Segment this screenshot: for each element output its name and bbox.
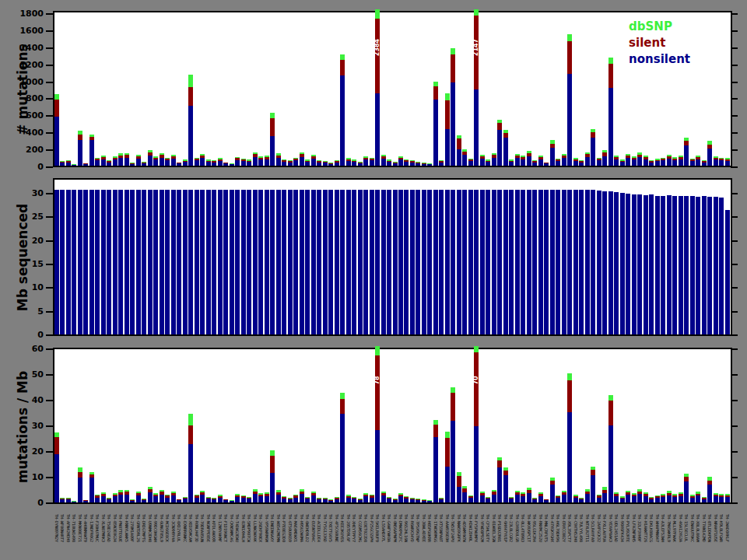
nonsilent-segment xyxy=(212,163,216,166)
bar xyxy=(253,152,258,166)
bar xyxy=(527,488,531,502)
y-tick-label: 15 xyxy=(11,259,44,270)
bar xyxy=(230,163,234,166)
nonsilent-segment xyxy=(422,164,426,166)
bar xyxy=(684,474,689,502)
bar xyxy=(696,156,700,166)
bar xyxy=(270,113,275,166)
nonsilent-segment xyxy=(83,164,88,166)
silent-segment xyxy=(270,118,275,135)
y-tick-label: 200 xyxy=(11,145,44,156)
bar xyxy=(340,190,345,334)
bar xyxy=(188,414,193,502)
nonsilent-segment xyxy=(433,100,438,166)
y-tick xyxy=(731,451,738,453)
bar xyxy=(78,190,82,334)
nonsilent-segment xyxy=(544,163,549,166)
y-tick xyxy=(731,425,738,427)
bar xyxy=(655,159,660,166)
bar xyxy=(439,498,444,502)
nonsilent-segment xyxy=(562,158,566,166)
silent-segment xyxy=(457,476,461,487)
nonsilent-segment xyxy=(404,499,409,502)
bar xyxy=(427,163,432,166)
x-tick-label: TH-6T50U0659 xyxy=(288,514,293,542)
bar xyxy=(335,160,339,166)
bar xyxy=(352,496,356,502)
bar xyxy=(725,158,730,166)
bar xyxy=(527,151,531,166)
x-tick-label: TH-CG5M56CMG xyxy=(358,514,363,542)
bar xyxy=(608,191,613,334)
x-tick-label: TH-EU5N7694C xyxy=(311,514,316,542)
bar xyxy=(212,498,216,502)
bar xyxy=(573,158,578,166)
bar xyxy=(451,190,455,334)
bar xyxy=(188,75,193,166)
bar xyxy=(480,492,485,502)
bar xyxy=(288,190,293,334)
bar xyxy=(585,489,590,502)
x-tick-label: TH-13NDFR0G2 xyxy=(89,514,94,542)
nonsilent-segment xyxy=(585,157,590,166)
bar xyxy=(177,190,181,334)
x-tick-label: TH-K9L8LFGWR xyxy=(719,514,724,542)
bar xyxy=(101,190,106,334)
nonsilent-segment xyxy=(130,501,135,502)
nonsilent-segment xyxy=(398,159,403,166)
x-tick-label: TH-AAW936E0H xyxy=(445,514,450,542)
dbsnp-segment xyxy=(608,395,613,401)
nonsilent-segment xyxy=(503,475,508,502)
bar xyxy=(672,494,677,502)
bar xyxy=(258,190,263,334)
nonsilent-segment xyxy=(124,158,129,166)
bar xyxy=(235,494,240,502)
x-tick-label: TH-TY5G1336D xyxy=(323,514,328,542)
nonsilent-segment xyxy=(433,437,438,502)
bar xyxy=(690,196,695,334)
y-tick xyxy=(46,82,53,83)
bar xyxy=(375,190,380,334)
nonsilent-segment xyxy=(690,161,695,166)
bar xyxy=(492,490,496,502)
bar xyxy=(288,160,293,166)
panel-mb-sequenced xyxy=(53,178,732,336)
bar xyxy=(422,190,426,334)
x-tick-label: TH-46A12XG3A xyxy=(679,514,683,542)
nonsilent-segment xyxy=(416,500,420,502)
nonsilent-segment xyxy=(177,163,181,166)
y-tick xyxy=(731,98,738,100)
x-tick-label: TH-G3X0DULGR xyxy=(515,514,520,542)
bar xyxy=(282,190,286,334)
x-tick-label: TH-0N56APNPM xyxy=(393,514,398,542)
bar xyxy=(363,190,368,334)
bar xyxy=(370,158,374,166)
silent-segment xyxy=(78,135,82,140)
bar xyxy=(72,501,76,502)
bar xyxy=(101,156,106,166)
nonsilent-segment xyxy=(346,498,351,502)
y-tick-label: 800 xyxy=(11,93,44,104)
x-tick-label: TH-PYLX92RTE xyxy=(626,514,630,542)
bar xyxy=(503,130,508,166)
nonsilent-segment xyxy=(439,163,444,166)
bar xyxy=(83,190,88,334)
bar xyxy=(410,190,415,334)
nonsilent-segment xyxy=(352,162,356,166)
nonsilent-segment xyxy=(468,498,473,502)
bar xyxy=(381,155,386,166)
x-tick-label: TH-26EKF90EX xyxy=(258,514,263,542)
y-tick xyxy=(46,47,53,49)
nonsilent-segment xyxy=(218,498,223,502)
bar xyxy=(323,161,328,166)
nonsilent-segment xyxy=(387,162,391,166)
bar xyxy=(317,498,321,502)
x-tick-label: TH-T4DWG3EWU xyxy=(235,514,240,542)
nonsilent-segment xyxy=(714,159,718,166)
bar xyxy=(142,162,146,166)
x-tick-label: TH-H6L70DK96 xyxy=(556,514,560,542)
x-tick-label: TH-H85PGUKRR xyxy=(427,514,432,542)
bar xyxy=(183,496,188,502)
nonsilent-segment xyxy=(60,163,65,166)
y-tick xyxy=(731,30,738,32)
